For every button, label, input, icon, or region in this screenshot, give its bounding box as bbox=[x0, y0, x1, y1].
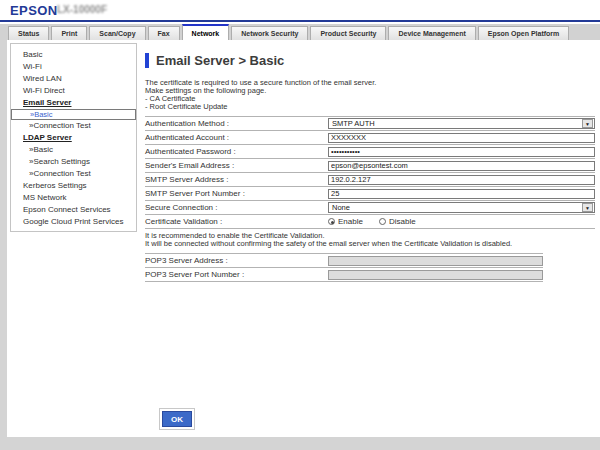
main-panel: Email Server > Basic The certificate is … bbox=[145, 52, 597, 282]
select-value: None bbox=[332, 203, 350, 212]
intro-text: The certificate is required to use a sec… bbox=[145, 79, 597, 111]
sidebar-item-kerberos-settings[interactable]: Kerberos Settings bbox=[11, 180, 136, 192]
printer-model-label: LX-10000F bbox=[57, 4, 107, 15]
tab-network[interactable]: Network bbox=[182, 24, 230, 40]
tab-fax[interactable]: Fax bbox=[148, 26, 180, 40]
tab-scan-copy[interactable]: Scan/Copy bbox=[89, 26, 145, 40]
sidebar-section-ldap-server[interactable]: LDAP Server bbox=[11, 132, 136, 144]
radio-label-disable: Disable bbox=[389, 217, 416, 226]
sidebar-item-ldap-search-settings[interactable]: »Search Settings bbox=[11, 156, 136, 168]
sidebar-item-wifi-direct[interactable]: Wi-Fi Direct bbox=[11, 85, 136, 97]
sidebar-item-ms-network[interactable]: MS Network bbox=[11, 192, 136, 204]
senders-email-address-input[interactable] bbox=[328, 161, 595, 171]
sidebar-item-email-basic[interactable]: »Basic bbox=[11, 109, 136, 120]
tab-epson-open-platform[interactable]: Epson Open Platform bbox=[478, 26, 570, 40]
epson-logo: EPSON bbox=[10, 3, 58, 18]
field-label: Certificate Validation : bbox=[145, 217, 328, 226]
form-row-pop3-server-port: POP3 Server Port Number : bbox=[145, 267, 543, 281]
page-title-row: Email Server > Basic bbox=[145, 52, 597, 68]
sidebar-item-ldap-connection-test[interactable]: »Connection Test bbox=[11, 168, 136, 180]
authenticated-password-input[interactable] bbox=[328, 147, 595, 157]
field-label: POP3 Server Address : bbox=[145, 256, 328, 265]
field-label: Secure Connection : bbox=[145, 203, 328, 212]
form-row-authenticated-password: Authenticated Password : bbox=[145, 144, 595, 158]
page-title: Email Server > Basic bbox=[156, 53, 284, 68]
form-row-authenticated-account: Authenticated Account : bbox=[145, 130, 595, 144]
form-row-authentication-method: Authentication Method : SMTP AUTH ▼ bbox=[145, 116, 595, 130]
sidebar-item-epson-connect-services[interactable]: Epson Connect Services bbox=[11, 204, 136, 216]
tab-device-management[interactable]: Device Management bbox=[388, 26, 475, 40]
field-label: Authenticated Password : bbox=[145, 147, 328, 156]
content-area: Basic Wi-Fi Wired LAN Wi-Fi Direct Email… bbox=[7, 40, 600, 437]
field-label: Authentication Method : bbox=[145, 119, 328, 128]
intro-line: Make settings on the following page. bbox=[145, 87, 597, 95]
intro-line: - Root Certificate Update bbox=[145, 103, 597, 111]
field-label: SMTP Server Port Number : bbox=[145, 189, 328, 198]
form-row-secure-connection: Secure Connection : None ▼ bbox=[145, 200, 595, 214]
smtp-server-address-input[interactable] bbox=[328, 175, 595, 185]
certificate-validation-disable-radio[interactable] bbox=[379, 218, 386, 225]
sidebar-item-wired-lan[interactable]: Wired LAN bbox=[11, 73, 136, 85]
header-bar: EPSON LX-10000F bbox=[0, 0, 600, 20]
sidebar-item-google-cloud-print-services[interactable]: Google Cloud Print Services bbox=[11, 216, 136, 228]
authenticated-account-input[interactable] bbox=[328, 133, 595, 143]
field-label: Authenticated Account : bbox=[145, 133, 328, 142]
authentication-method-select[interactable]: SMTP AUTH ▼ bbox=[328, 118, 595, 129]
tab-network-security[interactable]: Network Security bbox=[231, 26, 308, 40]
field-label: SMTP Server Address : bbox=[145, 175, 328, 184]
pop3-form: POP3 Server Address : POP3 Server Port N… bbox=[145, 253, 543, 282]
field-label: POP3 Server Port Number : bbox=[145, 270, 328, 279]
chevron-down-icon[interactable]: ▼ bbox=[582, 203, 593, 212]
sidebar-nav: Basic Wi-Fi Wired LAN Wi-Fi Direct Email… bbox=[10, 43, 137, 232]
select-value: SMTP AUTH bbox=[332, 119, 375, 128]
form-row-smtp-server-port: SMTP Server Port Number : bbox=[145, 186, 595, 200]
sidebar-item-wifi[interactable]: Wi-Fi bbox=[11, 61, 136, 73]
form-row-smtp-server-address: SMTP Server Address : bbox=[145, 172, 595, 186]
email-server-form: Authentication Method : SMTP AUTH ▼ Auth… bbox=[145, 116, 595, 229]
sidebar-item-basic[interactable]: Basic bbox=[11, 49, 136, 61]
chevron-down-icon[interactable]: ▼ bbox=[582, 119, 593, 128]
tab-status[interactable]: Status bbox=[8, 26, 49, 40]
sidebar-section-email-server[interactable]: Email Server bbox=[11, 97, 136, 109]
secure-connection-select[interactable]: None ▼ bbox=[328, 202, 595, 213]
tab-print[interactable]: Print bbox=[51, 26, 87, 40]
note-line: It will be connected without confirming … bbox=[145, 240, 597, 248]
pop3-server-address-input bbox=[328, 256, 543, 266]
certificate-validation-note: It is recommended to enable the Certific… bbox=[145, 232, 597, 248]
certificate-validation-enable-radio[interactable] bbox=[328, 218, 335, 225]
sidebar-item-email-connection-test[interactable]: »Connection Test bbox=[11, 120, 136, 132]
ok-button-outline: OK bbox=[159, 408, 195, 430]
sidebar-item-ldap-basic[interactable]: »Basic bbox=[11, 144, 136, 156]
field-label: Sender's Email Address : bbox=[145, 161, 328, 170]
ok-button[interactable]: OK bbox=[162, 411, 192, 427]
radio-label-enable: Enable bbox=[338, 217, 363, 226]
form-row-pop3-server-address: POP3 Server Address : bbox=[145, 253, 543, 267]
tab-product-security[interactable]: Product Security bbox=[310, 26, 386, 40]
form-row-senders-email: Sender's Email Address : bbox=[145, 158, 595, 172]
form-row-certificate-validation: Certificate Validation : Enable Disable bbox=[145, 214, 595, 228]
tab-bar: Status Print Scan/Copy Fax Network Netwo… bbox=[0, 24, 600, 40]
title-accent-bar bbox=[145, 53, 149, 68]
pop3-server-port-input bbox=[328, 270, 543, 280]
smtp-server-port-input[interactable] bbox=[328, 189, 595, 199]
